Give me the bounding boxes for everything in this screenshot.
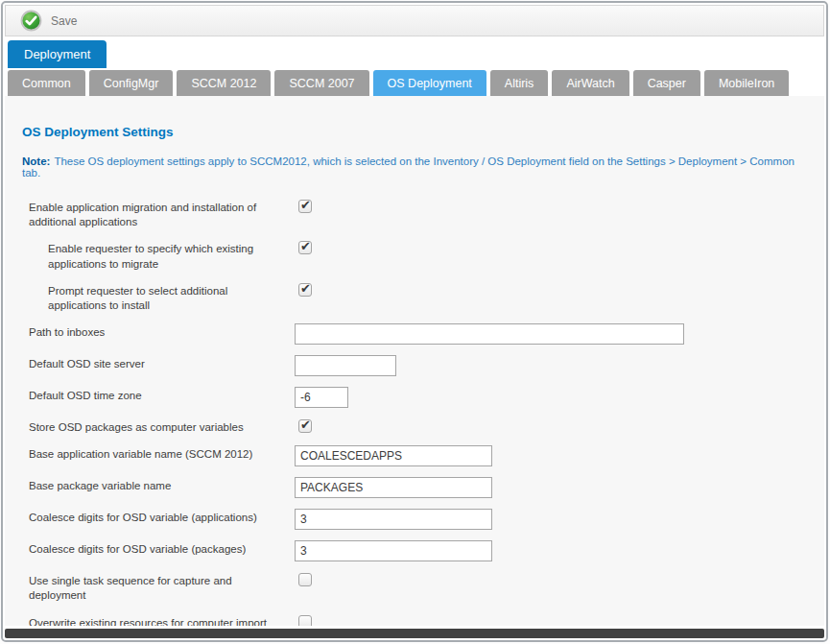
field-label: Overwrite existing resources for compute… xyxy=(22,614,295,626)
checkbox-requester-specify-migrate[interactable] xyxy=(298,241,312,254)
tab-sccm-2007[interactable]: SCCM 2007 xyxy=(274,70,368,96)
settings-window: Save Deployment Common ConfigMgr SCCM 20… xyxy=(1,1,828,642)
form-row: Enable application migration and install… xyxy=(22,199,807,229)
field-label: Store OSD packages as computer variables xyxy=(22,418,295,435)
field-label: Enable requester to specify which existi… xyxy=(22,240,295,271)
checkbox-store-osd-packages[interactable] xyxy=(298,419,312,433)
tab-casper[interactable]: Casper xyxy=(633,70,700,96)
form-row: Default OSD site server xyxy=(22,355,807,376)
primary-tab-bar: Deployment xyxy=(5,40,824,68)
toolbar: Save xyxy=(5,5,824,36)
tab-configmgr[interactable]: ConfigMgr xyxy=(89,70,174,96)
field-label: Use single task sequence for capture and… xyxy=(22,572,295,603)
form-row: Overwrite existing resources for compute… xyxy=(22,614,807,626)
form-row: Coalesce digits for OSD variable (packag… xyxy=(22,540,807,561)
note-label: Note: xyxy=(22,155,50,167)
os-deployment-settings-panel: OS Deployment Settings Note:These OS dep… xyxy=(5,96,824,626)
input-base-package-variable-name[interactable] xyxy=(295,477,492,498)
field-label: Default OSD site server xyxy=(22,355,295,371)
save-check-icon xyxy=(20,10,42,32)
tab-mobileiron[interactable]: MobileIron xyxy=(704,70,789,96)
form-row: Store OSD packages as computer variables xyxy=(22,418,807,435)
tab-altiris[interactable]: Altiris xyxy=(490,70,549,96)
input-base-application-variable-name[interactable] xyxy=(295,445,492,466)
form-row: Coalesce digits for OSD variable (applic… xyxy=(22,509,807,530)
field-label: Path to inboxes xyxy=(22,323,295,340)
field-label: Base package variable name xyxy=(22,477,295,493)
secondary-tab-bar: Common ConfigMgr SCCM 2012 SCCM 2007 OS … xyxy=(5,70,824,96)
field-label: Enable application migration and install… xyxy=(22,199,295,229)
form-row: Enable requester to specify which existi… xyxy=(22,240,807,271)
input-default-osd-site-server[interactable] xyxy=(295,355,396,376)
checkbox-single-task-sequence[interactable] xyxy=(298,573,312,586)
tab-os-deployment[interactable]: OS Deployment xyxy=(373,70,486,96)
form-row: Base package variable name xyxy=(22,477,807,498)
form-row: Default OSD time zone xyxy=(22,387,807,408)
input-default-osd-time-zone[interactable] xyxy=(295,387,348,408)
field-label: Coalesce digits for OSD variable (applic… xyxy=(22,509,295,525)
input-coalesce-digits-packages[interactable] xyxy=(295,540,492,561)
checkbox-overwrite-existing-resources[interactable] xyxy=(298,615,312,626)
tab-sccm-2012[interactable]: SCCM 2012 xyxy=(177,70,271,96)
tab-deployment[interactable]: Deployment xyxy=(8,40,107,68)
field-label: Coalesce digits for OSD variable (packag… xyxy=(22,540,295,557)
form-row: Path to inboxes xyxy=(22,323,807,345)
note-text: Note:These OS deployment settings apply … xyxy=(22,155,807,179)
field-label: Default OSD time zone xyxy=(22,387,295,403)
input-path-to-inboxes[interactable] xyxy=(295,323,684,345)
input-coalesce-digits-applications[interactable] xyxy=(295,509,492,530)
form-row: Use single task sequence for capture and… xyxy=(22,572,807,603)
save-label: Save xyxy=(51,14,77,28)
tab-common[interactable]: Common xyxy=(8,70,85,96)
checkbox-enable-app-migration[interactable] xyxy=(298,200,312,213)
save-button[interactable]: Save xyxy=(14,8,83,34)
form-row: Prompt requester to select additional ap… xyxy=(22,282,807,313)
note-body: These OS deployment settings apply to SC… xyxy=(22,155,794,179)
field-label: Prompt requester to select additional ap… xyxy=(22,282,295,313)
field-label: Base application variable name (SCCM 201… xyxy=(22,445,295,462)
bottom-bar xyxy=(5,629,824,638)
page-title: OS Deployment Settings xyxy=(22,125,807,139)
checkbox-prompt-additional-apps[interactable] xyxy=(298,283,312,297)
tab-airwatch[interactable]: AirWatch xyxy=(552,70,628,96)
form-row: Base application variable name (SCCM 201… xyxy=(22,445,807,466)
